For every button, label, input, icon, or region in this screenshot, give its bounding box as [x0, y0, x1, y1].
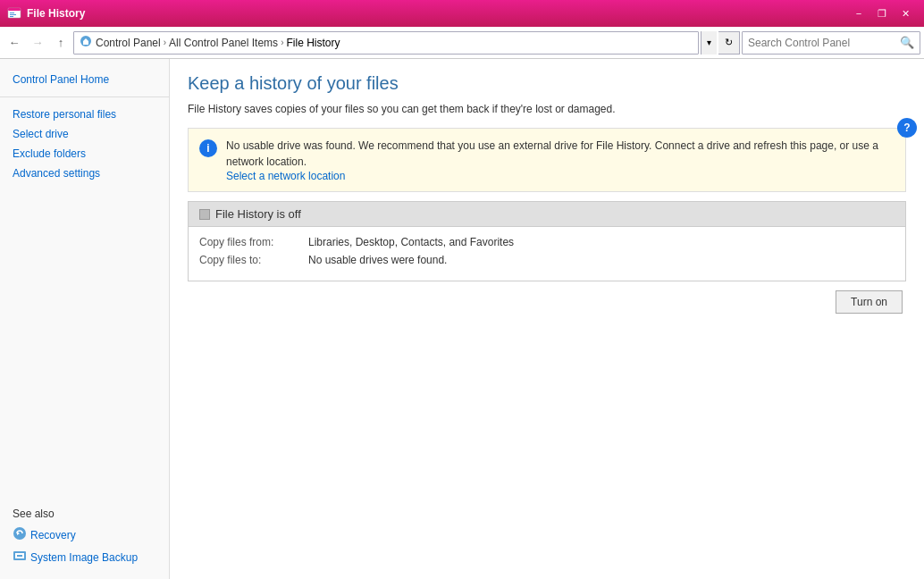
content-area: Keep a history of your files File Histor… — [170, 59, 924, 579]
see-also-label: See also — [0, 504, 169, 524]
see-also-system-image[interactable]: System Image Backup — [0, 546, 169, 568]
status-header: File History is off — [189, 202, 905, 227]
sidebar-divider — [0, 96, 169, 97]
status-body: Copy files from: Libraries, Desktop, Con… — [189, 227, 905, 281]
title-bar-controls: − ❐ ✕ — [847, 4, 917, 22]
copy-from-label: Copy files from: — [199, 236, 298, 248]
copy-from-row: Copy files from: Libraries, Desktop, Con… — [199, 236, 895, 248]
svg-rect-1 — [8, 8, 21, 11]
info-icon: i — [199, 139, 217, 157]
forward-button[interactable]: → — [27, 32, 48, 54]
search-icon[interactable]: 🔍 — [900, 36, 914, 49]
sidebar: Control Panel Home Restore personal file… — [0, 59, 170, 579]
recovery-icon — [13, 526, 27, 543]
up-button[interactable]: ↑ — [50, 32, 71, 54]
help-button[interactable]: ? — [897, 118, 917, 138]
breadcrumb-file-history: File History — [286, 37, 340, 49]
network-location-link[interactable]: Select a network location — [226, 170, 345, 182]
sidebar-link-exclude-folders[interactable]: Exclude folders — [0, 144, 169, 164]
system-image-icon — [13, 549, 27, 566]
copy-to-row: Copy files to: No usable drives were fou… — [199, 254, 895, 266]
warning-box: i No usable drive was found. We recommen… — [188, 128, 906, 192]
refresh-button[interactable]: ↻ — [718, 31, 740, 55]
breadcrumb-arrow-2: › — [281, 38, 283, 47]
title-bar-icon — [7, 6, 21, 21]
address-bar: ← → ↑ Control Panel › All Control Panel … — [0, 27, 924, 59]
see-also-recovery-label: Recovery — [30, 529, 76, 541]
restore-button[interactable]: ❐ — [870, 4, 894, 22]
sidebar-link-control-panel-home[interactable]: Control Panel Home — [0, 70, 169, 89]
warning-content: No usable drive was found. We recommend … — [226, 138, 895, 182]
status-box: File History is off Copy files from: Lib… — [188, 201, 906, 281]
status-indicator — [199, 209, 210, 220]
warning-text: No usable drive was found. We recommend … — [226, 139, 878, 168]
sidebar-link-select-drive[interactable]: Select drive — [0, 124, 169, 144]
turn-on-button[interactable]: Turn on — [836, 290, 903, 314]
copy-to-label: Copy files to: — [199, 254, 298, 266]
svg-rect-3 — [10, 14, 16, 15]
close-button[interactable]: ✕ — [894, 4, 917, 22]
sidebar-link-advanced-settings[interactable]: Advanced settings — [0, 164, 169, 183]
svg-rect-10 — [17, 555, 22, 557]
nav-icon — [80, 35, 92, 50]
page-subtitle: File History saves copies of your files … — [188, 103, 906, 115]
minimize-button[interactable]: − — [847, 4, 870, 22]
sidebar-link-restore[interactable]: Restore personal files — [0, 105, 169, 124]
copy-to-value: No usable drives were found. — [308, 254, 447, 266]
see-also-system-image-label: System Image Backup — [30, 551, 138, 564]
main-layout: Control Panel Home Restore personal file… — [0, 59, 924, 579]
address-path[interactable]: Control Panel › All Control Panel Items … — [73, 31, 699, 55]
breadcrumb-control-panel[interactable]: Control Panel — [96, 37, 161, 49]
title-bar-title: File History — [27, 7, 847, 20]
title-bar: File History − ❐ ✕ — [0, 0, 924, 27]
see-also-recovery[interactable]: Recovery — [0, 524, 169, 546]
page-title: Keep a history of your files — [188, 73, 906, 94]
address-dropdown-button[interactable]: ▾ — [701, 31, 717, 55]
copy-from-value: Libraries, Desktop, Contacts, and Favori… — [308, 236, 514, 248]
back-button[interactable]: ← — [4, 32, 25, 54]
svg-rect-4 — [10, 16, 13, 17]
svg-rect-2 — [10, 13, 14, 13]
turn-on-area: Turn on — [188, 290, 906, 314]
breadcrumb-arrow-1: › — [164, 38, 166, 47]
search-input[interactable] — [748, 37, 896, 49]
search-box: 🔍 — [742, 31, 920, 55]
status-title: File History is off — [215, 207, 301, 221]
breadcrumb-all-items[interactable]: All Control Panel Items — [169, 37, 278, 49]
